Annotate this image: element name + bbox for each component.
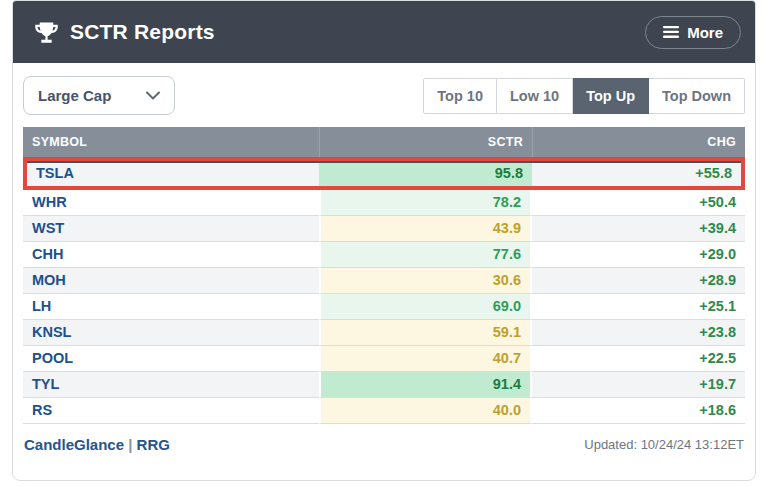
chg-value: +39.4 [532, 216, 745, 242]
chg-value: +28.9 [532, 268, 745, 294]
link-separator: | [128, 436, 132, 453]
table-row: KNSL 59.1 +23.8 [23, 320, 745, 346]
trophy-icon [33, 19, 60, 46]
symbol-link[interactable]: TSLA [23, 157, 319, 190]
updated-timestamp: Updated: 10/24/24 13:12ET [584, 437, 744, 452]
sctr-value: 40.0 [319, 398, 532, 424]
symbol-link[interactable]: TYL [23, 372, 319, 398]
symbol-link[interactable]: WHR [23, 190, 319, 216]
chg-value: +55.8 [532, 157, 745, 190]
column-header-symbol: SYMBOL [23, 127, 319, 157]
sctr-value: 43.9 [319, 216, 532, 242]
controls-row: Large Cap Top 10 Low 10 Top Up Top Down [13, 63, 755, 127]
chg-value: +25.1 [532, 294, 745, 320]
chevron-down-icon [146, 91, 160, 100]
group-select-value: Large Cap [38, 87, 111, 104]
tab-low-10[interactable]: Low 10 [497, 78, 573, 114]
table-row: LH 69.0 +25.1 [23, 294, 745, 320]
tab-top-10[interactable]: Top 10 [423, 78, 497, 114]
sctr-value: 40.7 [319, 346, 532, 372]
table-row: MOH 30.6 +28.9 [23, 268, 745, 294]
menu-icon [663, 26, 679, 38]
sctr-value: 77.6 [319, 242, 532, 268]
sctr-reports-panel: SCTR Reports More Large Cap Top 10 Low 1… [12, 0, 756, 481]
sctr-table: SYMBOL SCTR CHG TSLA 95.8 +55.8 WHR 78.2… [23, 127, 745, 424]
symbol-link[interactable]: KNSL [23, 320, 319, 346]
table-row: WHR 78.2 +50.4 [23, 190, 745, 216]
footer: CandleGlance | RRG Updated: 10/24/24 13:… [13, 424, 755, 465]
sctr-value: 91.4 [319, 372, 532, 398]
titlebar: SCTR Reports More [13, 1, 755, 63]
table-row: CHH 77.6 +29.0 [23, 242, 745, 268]
chg-value: +29.0 [532, 242, 745, 268]
tab-top-up[interactable]: Top Up [573, 78, 649, 114]
table-row: RS 40.0 +18.6 [23, 398, 745, 424]
column-header-sctr: SCTR [319, 127, 532, 157]
symbol-link[interactable]: RS [23, 398, 319, 424]
table-row: POOL 40.7 +22.5 [23, 346, 745, 372]
more-button[interactable]: More [645, 16, 741, 49]
symbol-link[interactable]: LH [23, 294, 319, 320]
chg-value: +19.7 [532, 372, 745, 398]
table-row: TSLA 95.8 +55.8 [23, 157, 745, 190]
sctr-value: 78.2 [319, 190, 532, 216]
sctr-table-container: SYMBOL SCTR CHG TSLA 95.8 +55.8 WHR 78.2… [13, 127, 755, 424]
tab-top-down[interactable]: Top Down [649, 78, 745, 114]
chg-value: +50.4 [532, 190, 745, 216]
symbol-link[interactable]: WST [23, 216, 319, 242]
table-row: TYL 91.4 +19.7 [23, 372, 745, 398]
view-tabs: Top 10 Low 10 Top Up Top Down [423, 78, 745, 114]
table-header-row: SYMBOL SCTR CHG [23, 127, 745, 157]
symbol-link[interactable]: CHH [23, 242, 319, 268]
chg-value: +23.8 [532, 320, 745, 346]
sctr-value: 69.0 [319, 294, 532, 320]
symbol-link[interactable]: MOH [23, 268, 319, 294]
symbol-link[interactable]: POOL [23, 346, 319, 372]
sctr-value: 95.8 [319, 157, 532, 190]
page-title: SCTR Reports [70, 20, 215, 44]
chg-value: +22.5 [532, 346, 745, 372]
rrg-link[interactable]: RRG [137, 436, 170, 453]
column-header-chg: CHG [532, 127, 745, 157]
sctr-value: 30.6 [319, 268, 532, 294]
chg-value: +18.6 [532, 398, 745, 424]
more-button-label: More [687, 24, 723, 41]
table-row: WST 43.9 +39.4 [23, 216, 745, 242]
sctr-value: 59.1 [319, 320, 532, 346]
group-select-dropdown[interactable]: Large Cap [23, 76, 175, 115]
candleglance-link[interactable]: CandleGlance [24, 436, 124, 453]
footer-links: CandleGlance | RRG [24, 436, 170, 453]
